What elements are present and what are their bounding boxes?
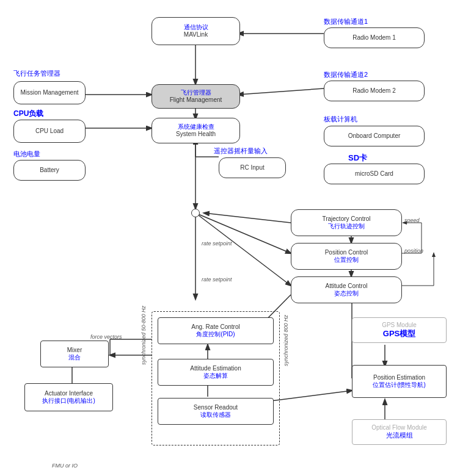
cpu-load-box: CPU Load <box>13 120 86 143</box>
gps-module-box: GPS Module GPS模型 <box>352 317 447 343</box>
sync2-label: synchronized 800 Hz <box>283 315 289 366</box>
radio1-en: Radio Modem 1 <box>352 34 396 41</box>
syshealth-cn: 系统健康检查 <box>178 123 214 131</box>
pos-estimation-box: Position Estimation 位置估计(惯性导航) <box>352 365 447 398</box>
gps-cn: GPS模型 <box>383 328 415 339</box>
attctrl-cn: 姿态控制 <box>334 290 359 297</box>
sd-en: microSD Card <box>355 170 393 178</box>
mavlink-box: 通信协议 MAVLink <box>152 17 240 45</box>
onboard-box: Onboard Computer <box>324 126 425 146</box>
mission-en: Mission Management <box>20 89 78 96</box>
sync1-label: synchronized 50-800 Hz <box>141 306 147 365</box>
att-estimation-box: Attitude Estimation 姿态解算 <box>158 359 274 386</box>
mission-management-box: Mission Management <box>13 81 86 104</box>
sd-above: SD卡 <box>348 153 367 164</box>
angrate-en: Ang. Rate Control <box>191 323 240 331</box>
posest-en: Position Estimation <box>373 374 425 381</box>
sensor-cn: 读取传感器 <box>200 411 231 419</box>
cpu-en: CPU Load <box>35 128 64 135</box>
rate-setpoint1-label: rate setpoint <box>202 240 232 247</box>
svg-line-1 <box>238 88 324 95</box>
radio1-above: 数据传输通道1 <box>324 17 368 26</box>
position-label: position <box>404 248 423 254</box>
radio2-box: Radio Modem 2 <box>324 81 425 101</box>
rc-above-label: 遥控器摇杆量输入 <box>214 146 268 156</box>
trajectory-box: Trajectory Control 飞行轨迹控制 <box>291 209 402 236</box>
junction-circle <box>191 209 200 217</box>
radio1-box: Radio Modem 1 <box>324 27 425 48</box>
onboard-en: Onboard Computer <box>348 132 401 140</box>
ang-rate-box: Ang. Rate Control 角度控制(PID) <box>158 317 274 344</box>
force-vectors-label: force vectors <box>90 334 122 340</box>
posest-cn: 位置估计(惯性导航) <box>373 381 426 389</box>
rc-input-box: RC Input <box>219 157 286 178</box>
rc-en: RC Input <box>240 164 264 171</box>
mavlink-en-label: MAVLink <box>184 31 208 38</box>
actuator-en: Actuator Interface <box>45 390 93 397</box>
flight-mgmt-cn: 飞行管理器 <box>181 89 211 96</box>
mavlink-cn-label: 通信协议 <box>184 24 208 31</box>
attest-cn: 姿态解算 <box>203 372 228 380</box>
traj-cn: 飞行轨迹控制 <box>328 223 365 230</box>
fmu-label: FMU or IO <box>52 463 78 469</box>
speed-label: speed <box>404 217 420 223</box>
sd-box: microSD Card <box>324 164 425 184</box>
flight-management-box: 飞行管理器 Flight Management <box>152 84 240 109</box>
optical-en: Optical Flow Module <box>371 424 427 431</box>
position-ctrl-box: Position Control 位置控制 <box>291 243 402 270</box>
battery-box: Battery <box>13 160 86 181</box>
mixer-box: Mixer 混合 <box>40 341 109 367</box>
attctrl-en: Attitude Control <box>326 283 368 290</box>
mixer-en: Mixer <box>67 347 82 354</box>
posctrl-cn: 位置控制 <box>334 256 359 264</box>
posctrl-en: Position Control <box>325 249 368 256</box>
radio2-en: Radio Modem 2 <box>352 87 396 95</box>
svg-line-19 <box>195 213 291 253</box>
mixer-cn: 混合 <box>68 354 81 361</box>
svg-line-11 <box>204 213 291 223</box>
battery-en: Battery <box>40 167 59 174</box>
gps-en: GPS Module <box>382 322 417 328</box>
actuator-cn: 执行接口(电机输出) <box>42 397 95 405</box>
angrate-cn: 角度控制(PID) <box>196 331 235 338</box>
cpu-above-label: CPU负载 <box>13 109 43 119</box>
attitude-ctrl-box: Attitude Control 姿态控制 <box>291 276 402 303</box>
sensor-en: Sensor Readout <box>194 404 238 411</box>
traj-en: Trajectory Control <box>322 215 370 223</box>
optical-cn: 光流模组 <box>386 431 413 440</box>
svg-line-20 <box>195 213 291 286</box>
optical-flow-box: Optical Flow Module 光流模组 <box>352 419 447 445</box>
sensor-readout-box: Sensor Readout 读取传感器 <box>158 398 274 425</box>
syshealth-en: System Health <box>176 131 216 138</box>
rate-setpoint2-label: rate setpoint <box>202 276 232 283</box>
system-health-box: 系统健康检查 System Health <box>152 118 240 143</box>
battery-above-label: 电池电量 <box>13 150 40 159</box>
mission-above-label: 飞行任务管理器 <box>13 69 60 78</box>
flight-mgmt-en: Flight Management <box>170 96 222 104</box>
onboard-above: 板载计算机 <box>324 115 357 124</box>
actuator-box: Actuator Interface 执行接口(电机输出) <box>24 383 113 411</box>
radio2-above: 数据传输通道2 <box>324 70 368 79</box>
attest-en: Attitude Estimation <box>190 365 241 372</box>
diagram: 通信协议 MAVLink 飞行管理器 Flight Management 飞行任… <box>0 0 460 476</box>
